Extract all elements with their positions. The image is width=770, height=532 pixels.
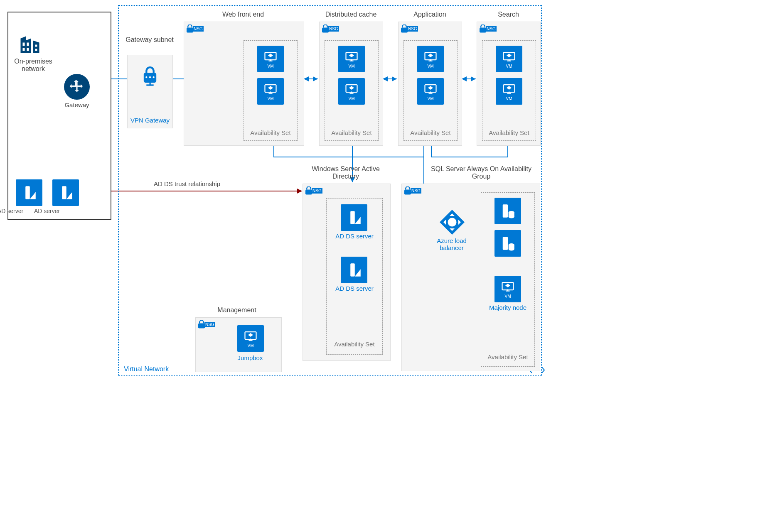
svg-rect-25 bbox=[270, 59, 271, 61]
svg-rect-32 bbox=[351, 59, 352, 61]
mgmt-title: Management bbox=[195, 306, 278, 314]
web-tier-box: NSG VM VM Availability Set bbox=[184, 22, 304, 146]
svg-point-18 bbox=[153, 76, 155, 78]
ad-server-icon-2 bbox=[52, 179, 79, 206]
mgmt-box: NSG VM Jumpbox bbox=[195, 317, 282, 372]
db-server-icon bbox=[494, 230, 521, 257]
svg-rect-10 bbox=[25, 186, 30, 199]
db-server-icon bbox=[494, 198, 521, 224]
availability-set: VM VM Availability Set bbox=[482, 40, 536, 141]
svg-rect-53 bbox=[198, 324, 205, 329]
cache-tier-box: NSG VM VM Availability Set bbox=[319, 22, 383, 146]
svg-rect-36 bbox=[401, 28, 408, 33]
svg-rect-49 bbox=[509, 91, 509, 93]
load-balancer-icon-sql bbox=[437, 207, 467, 239]
svg-rect-51 bbox=[350, 211, 355, 224]
sql-tier-box: NSG Azure load balancer VM Majority node… bbox=[401, 184, 540, 371]
lock-icon: NSG bbox=[198, 320, 215, 329]
svg-rect-11 bbox=[62, 186, 66, 199]
lock-icon: NSG bbox=[401, 25, 418, 33]
svg-rect-39 bbox=[430, 59, 431, 61]
svg-rect-56 bbox=[250, 338, 251, 341]
adds-server-icon bbox=[341, 204, 367, 231]
svg-rect-59 bbox=[503, 204, 508, 218]
vm-icon: VM bbox=[496, 46, 522, 72]
ad-tier-box: NSG AD DS server AD DS server Availabili… bbox=[303, 184, 391, 361]
svg-point-16 bbox=[145, 76, 147, 78]
app-tier-box: NSG VM VM Availability Set bbox=[398, 22, 462, 146]
aset-label: Availability Set bbox=[404, 129, 457, 136]
vm-icon: VM bbox=[417, 78, 444, 105]
on-premises-box: On-premises network Gateway AD server AD… bbox=[7, 12, 111, 220]
lock-icon: NSG bbox=[404, 186, 421, 195]
adds-label: AD DS server bbox=[327, 285, 382, 292]
aset-label: Availability Set bbox=[327, 341, 382, 348]
jumpbox-label: Jumpbox bbox=[227, 354, 273, 361]
vm-icon: VM bbox=[417, 46, 444, 72]
web-title: Web front end bbox=[183, 11, 303, 18]
vnet-title: Virtual Network bbox=[124, 365, 169, 373]
gateway-icon bbox=[64, 74, 90, 100]
cache-title: Distributed cache bbox=[319, 11, 383, 18]
svg-rect-52 bbox=[350, 263, 355, 277]
search-title: Search bbox=[476, 11, 541, 18]
availability-set: VM VM Availability Set bbox=[403, 40, 458, 141]
svg-rect-46 bbox=[509, 59, 509, 61]
svg-rect-20 bbox=[149, 83, 150, 86]
vm-icon: VM bbox=[496, 78, 522, 105]
search-tier-box: NSG VM VM Availability Set bbox=[477, 22, 541, 146]
vpn-gateway-label: VPN Gateway bbox=[128, 117, 172, 124]
svg-point-66 bbox=[509, 248, 514, 251]
svg-rect-22 bbox=[187, 28, 193, 33]
lock-icon: NSG bbox=[187, 25, 204, 33]
alb-label-sql: Azure load balancer bbox=[433, 237, 470, 251]
gateway-subnet-title: Gateway subnet bbox=[125, 36, 175, 44]
gateway-subnet-box: VPN Gateway bbox=[127, 55, 173, 128]
availability-set: VM VM Availability Set bbox=[325, 40, 379, 141]
ad-server-icon-1 bbox=[16, 179, 42, 206]
vm-icon: VM bbox=[338, 46, 365, 72]
app-title: Application bbox=[398, 11, 462, 18]
trust-label: AD DS trust relationship bbox=[133, 180, 241, 187]
svg-rect-35 bbox=[351, 91, 352, 93]
vpn-gateway-icon bbox=[139, 65, 161, 91]
majority-label: Majority node bbox=[481, 304, 534, 311]
adds-label: AD DS server bbox=[327, 233, 382, 240]
aset-label: Availability Set bbox=[482, 129, 536, 136]
availability-set: AD DS server AD DS server Availability S… bbox=[326, 198, 383, 355]
svg-point-58 bbox=[448, 218, 457, 227]
ad-label-2: AD server bbox=[14, 208, 80, 214]
onprem-title: On-premises network bbox=[8, 58, 58, 73]
svg-rect-29 bbox=[322, 28, 329, 33]
aset-label: Availability Set bbox=[244, 129, 297, 136]
lock-icon: NSG bbox=[480, 25, 497, 33]
sql-title: SQL Server Always On Availability Group bbox=[423, 165, 539, 180]
gateway-label: Gateway bbox=[58, 101, 96, 108]
svg-rect-50 bbox=[305, 190, 312, 195]
vm-icon: VM bbox=[257, 78, 284, 105]
availability-set: VM VM Availability Set bbox=[244, 40, 298, 141]
ad-title: Windows Server Active Directory bbox=[304, 165, 387, 180]
vm-icon: VM bbox=[257, 46, 284, 72]
lock-icon: NSG bbox=[322, 25, 339, 33]
aset-label: Availability Set bbox=[481, 353, 534, 360]
lock-icon: NSG bbox=[305, 186, 322, 195]
building-icon bbox=[17, 31, 42, 58]
svg-rect-57 bbox=[404, 190, 411, 195]
vm-icon: VM bbox=[494, 276, 521, 302]
vm-icon: VM bbox=[237, 325, 264, 352]
availability-set: VM Majority node Availability Set bbox=[481, 192, 535, 367]
svg-rect-69 bbox=[507, 289, 508, 291]
svg-point-17 bbox=[149, 76, 151, 78]
svg-rect-42 bbox=[430, 91, 431, 93]
adds-server-icon bbox=[341, 257, 367, 283]
svg-point-62 bbox=[509, 216, 514, 218]
svg-rect-28 bbox=[270, 91, 271, 93]
architecture-diagram: On-premises network Gateway AD server AD… bbox=[4, 4, 544, 378]
aset-label: Availability Set bbox=[325, 129, 378, 136]
vm-icon: VM bbox=[338, 78, 365, 105]
svg-rect-63 bbox=[503, 237, 508, 250]
svg-rect-43 bbox=[480, 28, 486, 33]
